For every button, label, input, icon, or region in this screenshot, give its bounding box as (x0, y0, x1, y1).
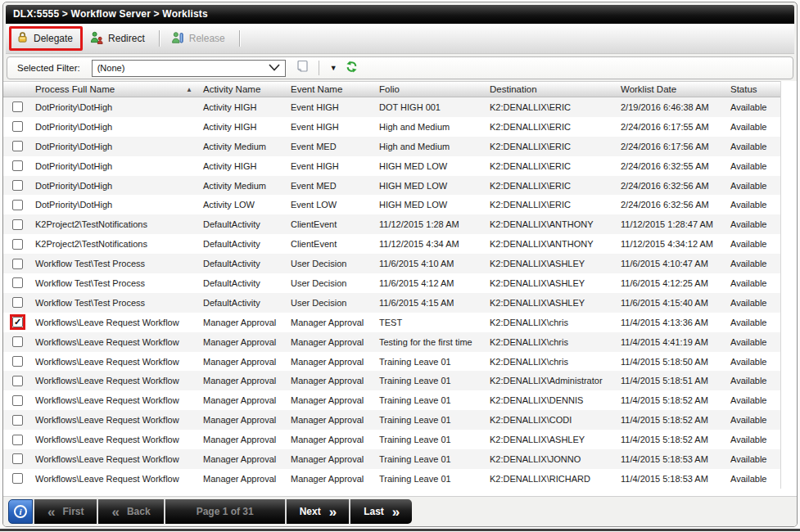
cell-activity-name: Manager Approval (203, 435, 276, 444)
column-header-process-full-name[interactable]: Process Full Name ▲ (31, 82, 199, 97)
cell-process-full-name: Workflow Test\Test Process (35, 259, 145, 268)
worklist-row[interactable]: Workflow Test\Test Process DefaultActivi… (3, 254, 780, 273)
refresh-button[interactable] (342, 60, 361, 77)
filter-select[interactable]: (None) (92, 60, 286, 77)
cell-worklist-date: 11/4/2015 5:18:53 AM (621, 474, 708, 484)
worklist-row[interactable]: DotPriority\DotHigh Activity Medium Even… (3, 137, 780, 156)
worklist-row[interactable]: DotPriority\DotHigh Activity LOW Event L… (3, 195, 780, 214)
cell-destination: K2:DENALLIX\ERIC (490, 200, 571, 210)
last-page-button[interactable]: Last » (349, 499, 412, 524)
row-checkbox[interactable] (12, 473, 23, 484)
column-header-worklist-date[interactable]: Worklist Date (617, 82, 726, 97)
worklist-row[interactable]: Workflow Test\Test Process DefaultActivi… (3, 293, 780, 313)
row-checkbox[interactable] (12, 435, 23, 445)
cell-destination: K2:DENALLIX\chris (490, 357, 568, 367)
row-checkbox[interactable] (12, 395, 23, 406)
worklist-row[interactable]: Workflows\Leave Request Workflow Manager… (3, 371, 780, 390)
cell-event-name: Manager Approval (291, 415, 364, 425)
cell-destination: K2:DENALLIX\ASHLEY (490, 278, 585, 288)
worklist-row[interactable]: Workflows\Leave Request Workflow Manager… (3, 410, 780, 430)
filter-menu-caret-icon[interactable]: ▼ (325, 64, 342, 72)
next-label: Next (300, 506, 321, 517)
cell-destination: K2:DENALLIX\ERIC (490, 181, 571, 191)
column-header-destination[interactable]: Destination (486, 82, 617, 97)
column-header-activity-name[interactable]: Activity Name (199, 82, 287, 97)
cell-activity-name: DefaultActivity (203, 219, 260, 229)
cell-destination: K2:DENALLIX\ERIC (490, 122, 571, 132)
cell-status: Available (730, 474, 766, 484)
breadcrumb-title: DLX:5555 > Workflow Server > Worklists (13, 8, 208, 20)
redirect-button[interactable]: Redirect (83, 26, 155, 52)
first-page-button[interactable]: « First (33, 499, 97, 524)
row-checkbox[interactable] (12, 376, 23, 386)
cell-activity-name: Activity LOW (203, 200, 255, 210)
row-checkbox[interactable] (12, 200, 23, 210)
row-checkbox[interactable] (12, 297, 23, 308)
row-checkbox[interactable] (12, 277, 23, 288)
row-checkbox[interactable] (12, 141, 23, 151)
worklist-row[interactable]: Workflows\Leave Request Workflow Manager… (3, 352, 780, 372)
worklist-row[interactable]: DotPriority\DotHigh Activity Medium Even… (3, 176, 780, 196)
worklist-row[interactable]: Workflows\Leave Request Workflow Manager… (3, 390, 780, 410)
checkbox-annotation-box (10, 295, 25, 310)
worklist-row[interactable]: DotPriority\DotHigh Activity HIGH Event … (3, 117, 780, 137)
row-checkbox[interactable]: ✓ (12, 317, 23, 327)
next-page-button[interactable]: Next » (285, 499, 349, 524)
cell-status: Available (730, 376, 766, 385)
cell-destination: K2:DENALLIX\JONNO (490, 454, 581, 464)
cell-activity-name: Activity HIGH (203, 102, 256, 112)
cell-worklist-date: 2/24/2016 6:32:56 AM (621, 181, 709, 191)
release-label: Release (189, 33, 225, 44)
row-checkbox[interactable] (12, 356, 23, 367)
delegate-button[interactable]: Delegate (9, 26, 83, 51)
cell-folio: Training Leave 01 (379, 435, 451, 444)
cell-destination: K2:DENALLIX\ASHLEY (490, 435, 585, 444)
worklist-row[interactable]: ✓ Workflows\Leave Request Workflow Manag… (3, 313, 780, 332)
checkbox-annotation-box (10, 256, 25, 272)
checkbox-annotation-box (10, 138, 25, 154)
worklist-row[interactable]: Workflows\Leave Request Workflow Manager… (3, 430, 780, 449)
row-checkbox[interactable] (12, 336, 23, 347)
cell-worklist-date: 2/19/2016 6:46:38 AM (621, 102, 709, 112)
cell-process-full-name: DotPriority\DotHigh (35, 102, 112, 112)
worklist-row[interactable]: DotPriority\DotHigh Activity HIGH Event … (3, 97, 780, 117)
release-button[interactable]: Release (164, 26, 235, 52)
cell-process-full-name: Workflows\Leave Request Workflow (35, 395, 179, 405)
back-page-button[interactable]: « Back (97, 499, 163, 524)
row-checkbox[interactable] (12, 121, 23, 132)
worklist-row[interactable]: Workflows\Leave Request Workflow Manager… (3, 332, 780, 352)
worklist-row[interactable]: DotPriority\DotHigh Activity HIGH Event … (3, 156, 780, 176)
worklist-row[interactable]: K2Project2\TestNotifications DefaultActi… (3, 234, 780, 254)
row-checkbox[interactable] (12, 160, 23, 171)
cell-folio: HIGH MED LOW (379, 161, 447, 171)
row-checkbox[interactable] (12, 180, 23, 191)
column-header-event-name[interactable]: Event Name (287, 82, 375, 97)
header-checkbox-cell (3, 82, 31, 97)
worklist-row[interactable]: Workflows\Leave Request Workflow Manager… (3, 449, 780, 469)
filter-preview-button[interactable] (292, 59, 313, 77)
column-header-status[interactable]: Status (726, 82, 780, 97)
checkbox-annotation-box (10, 158, 25, 174)
row-checkbox[interactable] (12, 101, 23, 112)
row-checkbox[interactable] (12, 219, 23, 230)
cell-destination: K2:DENALLIX\ASHLEY (490, 298, 585, 308)
cell-status: Available (730, 395, 766, 405)
row-checkbox[interactable] (12, 453, 23, 464)
worklist-row[interactable]: Workflows\Leave Request Workflow Manager… (3, 469, 780, 489)
row-checkbox[interactable] (12, 259, 23, 269)
cell-folio: Training Leave 01 (379, 415, 451, 425)
cell-activity-name: Manager Approval (203, 376, 276, 385)
cell-event-name: Manager Approval (291, 337, 364, 347)
cell-folio: Training Leave 01 (379, 357, 451, 367)
redirect-users-icon (90, 31, 103, 47)
column-label: Process Full Name (35, 84, 115, 94)
cell-worklist-date: 2/24/2016 6:32:56 AM (621, 200, 709, 210)
worklist-row[interactable]: Workflow Test\Test Process DefaultActivi… (3, 273, 780, 293)
column-header-folio[interactable]: Folio (375, 82, 486, 97)
info-button[interactable]: i (8, 499, 33, 524)
cell-status: Available (730, 122, 766, 132)
row-checkbox[interactable] (12, 415, 23, 426)
cell-activity-name: Manager Approval (203, 454, 276, 464)
worklist-row[interactable]: K2Project2\TestNotifications DefaultActi… (3, 214, 780, 234)
row-checkbox[interactable] (12, 239, 23, 250)
